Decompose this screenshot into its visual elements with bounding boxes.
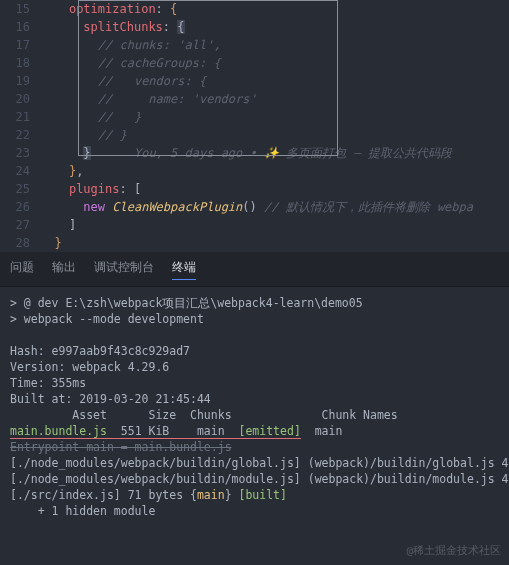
token: } [83, 146, 90, 160]
line-number: 15 [0, 0, 30, 18]
token: : [163, 20, 177, 34]
line-gutter: 1516171819202122232425262728 [0, 0, 40, 252]
token: { [177, 20, 184, 34]
code-line[interactable]: // } [40, 108, 509, 126]
token: optimization [69, 2, 156, 16]
line-number: 16 [0, 18, 30, 36]
terminal-panel[interactable]: > @ dev E:\zsh\webpack项目汇总\webpack4-lear… [0, 287, 509, 527]
code-area[interactable]: optimization: { splitChunks: { // chunks… [40, 0, 509, 252]
token: () [242, 200, 264, 214]
terminal-line: + 1 hidden module [10, 503, 499, 519]
terminal-line: [./src/index.js] 71 bytes {main} [built] [10, 487, 499, 503]
token: { [170, 2, 177, 16]
line-number: 26 [0, 198, 30, 216]
line-number: 28 [0, 234, 30, 252]
line-number: 20 [0, 90, 30, 108]
code-line[interactable]: // chunks: 'all', [40, 36, 509, 54]
token: // } [98, 128, 127, 142]
panel-tab[interactable]: 终端 [172, 258, 196, 280]
panel-tab[interactable]: 输出 [52, 258, 76, 280]
token: // 默认情况下，此插件将删除 webpa [264, 200, 473, 214]
token: ] [69, 218, 76, 232]
token: // chunks: 'all', [98, 38, 221, 52]
terminal-line: [./node_modules/webpack/buildin/module.j… [10, 471, 499, 487]
code-line[interactable]: new CleanWebpackPlugin() // 默认情况下，此插件将删除… [40, 198, 509, 216]
terminal-line: > webpack --mode development [10, 311, 499, 327]
terminal-line [10, 327, 499, 343]
panel-tab[interactable]: 调试控制台 [94, 258, 154, 280]
terminal-line: Built at: 2019-03-20 21:45:44 [10, 391, 499, 407]
code-line[interactable]: ] [40, 216, 509, 234]
line-number: 22 [0, 126, 30, 144]
line-number: 18 [0, 54, 30, 72]
terminal-line: Version: webpack 4.29.6 [10, 359, 499, 375]
line-number: 25 [0, 180, 30, 198]
code-line[interactable]: // vendors: { [40, 72, 509, 90]
code-line[interactable]: } You, 5 days ago • ✨ 多页面打包 — 提取公共代码段 [40, 144, 509, 162]
watermark: @稀土掘金技术社区 [406, 543, 501, 560]
terminal-line: Time: 355ms [10, 375, 499, 391]
code-line[interactable]: }, [40, 162, 509, 180]
token: // cacheGroups: { [98, 56, 221, 70]
token: : [156, 2, 170, 16]
code-line[interactable]: // cacheGroups: { [40, 54, 509, 72]
terminal-line: Entrypoint main = main.bundle.js [10, 439, 499, 455]
token: , [76, 164, 83, 178]
token: plugins [69, 182, 120, 196]
code-line[interactable]: // name: 'vendors' [40, 90, 509, 108]
terminal-line: Hash: e997aab9f43c8c929ad7 [10, 343, 499, 359]
terminal-line: Asset Size Chunks Chunk Names [10, 407, 499, 423]
code-editor[interactable]: 1516171819202122232425262728 optimizatio… [0, 0, 509, 252]
code-line[interactable]: optimization: { [40, 0, 509, 18]
token: // } [98, 110, 141, 124]
gitlens-annotation: You, 5 days ago • ✨ 多页面打包 — 提取公共代码段 [91, 146, 452, 160]
code-line[interactable]: splitChunks: { [40, 18, 509, 36]
token: splitChunks [83, 20, 162, 34]
token: } [54, 236, 61, 250]
token: CleanWebpackPlugin [112, 200, 242, 214]
panel-tabs[interactable]: 问题输出调试控制台终端 [0, 252, 509, 287]
token: : [ [119, 182, 141, 196]
terminal-line: > @ dev E:\zsh\webpack项目汇总\webpack4-lear… [10, 295, 499, 311]
token: // name: 'vendors' [98, 92, 257, 106]
line-number: 17 [0, 36, 30, 54]
panel-tab[interactable]: 问题 [10, 258, 34, 280]
line-number: 23 [0, 144, 30, 162]
terminal-line: main.bundle.js 551 KiB main [emitted] ma… [10, 423, 499, 439]
code-line[interactable]: // } [40, 126, 509, 144]
code-line[interactable]: } [40, 234, 509, 252]
terminal-line: [./node_modules/webpack/buildin/global.j… [10, 455, 499, 471]
token: new [83, 200, 112, 214]
line-number: 19 [0, 72, 30, 90]
token: // vendors: { [98, 74, 206, 88]
line-number: 24 [0, 162, 30, 180]
line-number: 27 [0, 216, 30, 234]
line-number: 21 [0, 108, 30, 126]
code-line[interactable]: plugins: [ [40, 180, 509, 198]
